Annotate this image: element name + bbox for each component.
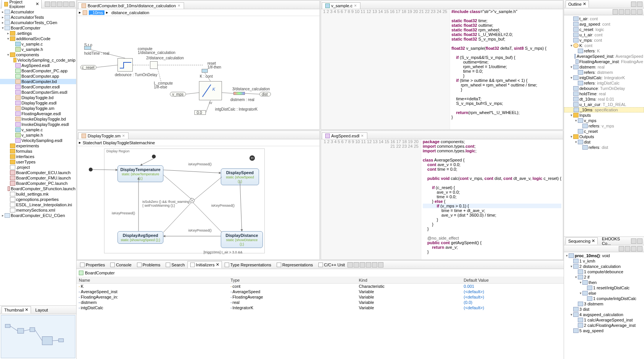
tree-node[interactable]: ▸AccumulatorTests_CGen xyxy=(0,20,76,25)
vsample-tab[interactable]: v_sample.c ✕ xyxy=(322,2,361,9)
sequencing-node[interactable]: 5 avg_speed xyxy=(564,328,644,333)
tree-node[interactable]: v_sample.h xyxy=(0,132,76,138)
close-icon[interactable]: ✕ xyxy=(354,4,357,8)
tree-node[interactable]: BoardComputer_ECU.launch xyxy=(0,170,76,175)
down-icon[interactable] xyxy=(631,9,636,15)
sequencing-node[interactable]: ▾else xyxy=(564,290,644,296)
outline-node[interactable]: FloatingAverage_inst : FloatingAve xyxy=(564,59,644,64)
tree-node[interactable]: DisplayToggle.esdl xyxy=(0,100,76,106)
down-icon[interactable] xyxy=(631,246,636,251)
bottom-tab-problems[interactable]: Problems xyxy=(134,261,163,268)
maximize-icon[interactable] xyxy=(69,2,75,7)
sequencing-node[interactable]: 3 dist xyxy=(564,307,644,312)
sequencing-node[interactable]: ▾proc_10ms() : void xyxy=(564,253,644,258)
state-avgspeed[interactable]: DisplayAvgSpeed static {showAvgSpeed ();… xyxy=(117,231,163,244)
up-icon[interactable] xyxy=(625,246,630,251)
outline-node[interactable]: ▾v_mps xyxy=(564,118,644,123)
bd-editor-tab[interactable]: BoardComputer.bd/_10ms/distance_calculat… xyxy=(78,2,184,9)
tree-node[interactable]: ESDL_Linear_Interpolation.ini xyxy=(0,202,76,207)
outline-tab[interactable]: Outline ✕ xyxy=(566,0,589,8)
layout-tab[interactable]: Layout xyxy=(33,307,51,313)
outline-node[interactable]: refers : dist xyxy=(564,145,644,150)
outline-node[interactable]: AverageSpeed_inst : AverageSpeed xyxy=(564,54,644,59)
tree-node[interactable]: ▸.settings xyxy=(0,31,76,36)
close-icon[interactable]: ✕ xyxy=(583,2,586,7)
thumbnail-tab[interactable]: Thumbnail ✕ xyxy=(2,306,31,313)
table-row[interactable]: FloatingAverage_in:FloatingAverageVariab… xyxy=(77,294,564,300)
tree-node[interactable]: v_sample.h xyxy=(0,47,76,52)
max-icon[interactable] xyxy=(378,262,383,268)
statechart-canvas[interactable]: Display Region H DisplayTemperature stat… xyxy=(77,146,320,259)
debounce-block[interactable] xyxy=(117,58,133,72)
gear-icon[interactable] xyxy=(637,246,642,251)
vsample-editor[interactable]: 1 2 3 4 5 6 7 8 9 10 11 12 13 14 15 16 1… xyxy=(321,9,563,129)
tree-node[interactable]: AvgSpeed.esdl xyxy=(0,63,76,68)
tree-node[interactable]: DisplayToggle.bd xyxy=(0,95,76,100)
tree-node[interactable]: ▾BoardComputer xyxy=(0,25,76,31)
sequencing-node[interactable]: 1 calc/AverageSpeed_inst xyxy=(564,317,644,323)
sequencing-node[interactable]: ▾4 avgspeed_calculation xyxy=(564,312,644,317)
outline-node[interactable]: v_mps : cont xyxy=(564,38,644,43)
tree-node[interactable]: BoardComputer_PC.app xyxy=(0,68,76,73)
state-temperature[interactable]: DisplayTemperature static {showTemperatu… xyxy=(117,165,163,182)
maximize-icon[interactable] xyxy=(637,2,642,7)
project-tree[interactable]: ▸Accumulator▸AccumulatorTests▸Accumulato… xyxy=(0,8,76,305)
minimize-icon[interactable] xyxy=(631,2,636,7)
outline-node[interactable]: ▾distmem : real xyxy=(564,64,644,70)
sequencing-node[interactable]: 2 calc/FloatingAverage_inst xyxy=(564,323,644,328)
view-menu-icon[interactable] xyxy=(57,2,62,7)
remove-icon[interactable] xyxy=(354,262,359,268)
tree-node[interactable]: InvokeDisplayToggle.bd xyxy=(0,116,76,122)
outline-node[interactable]: c_reset : logic xyxy=(564,27,644,32)
minimize-icon[interactable] xyxy=(631,238,636,244)
outline-node[interactable]: u_t_air_cur : T_1D_REAL xyxy=(564,102,644,107)
add-icon[interactable] xyxy=(347,262,353,268)
close-icon[interactable]: ✕ xyxy=(361,134,364,138)
sequencing-node[interactable]: ▾2 distance_calculation xyxy=(564,264,644,269)
filter-icon[interactable] xyxy=(619,9,624,15)
tree-node[interactable]: ▸Accumulator xyxy=(0,9,76,15)
outline-node[interactable]: debounce : TurnOnDelay xyxy=(564,86,644,91)
bottom-tab-properties[interactable]: Properties xyxy=(77,261,108,268)
minimize-icon[interactable] xyxy=(63,2,68,7)
bottom-tab-initializers[interactable]: Initializers✕ xyxy=(187,261,222,268)
table-row[interactable]: distmemrealVariable(0.0) xyxy=(77,300,564,305)
tree-node[interactable]: .project xyxy=(0,165,76,170)
sequencing-node[interactable]: ▾then xyxy=(564,280,644,285)
sequencing-node[interactable]: 1 compute/debounce xyxy=(564,269,644,274)
tree-node[interactable]: BoardComputer.bd xyxy=(0,79,76,84)
tree-node[interactable]: ▾additionalSrcCode xyxy=(0,36,76,41)
tree-node[interactable]: ▸BoardComputer_ECU_CGen xyxy=(0,213,76,218)
tree-node[interactable]: userTypes xyxy=(0,159,76,165)
tree-node[interactable]: build_settings.mk xyxy=(0,191,76,197)
outline-tree[interactable]: t_air : contavg_speed : contc_reset : lo… xyxy=(564,15,644,237)
block-diagram-canvas[interactable]: S r o holdTime : real c_reset debounce :… xyxy=(77,16,320,129)
outline-node[interactable]: c_reset xyxy=(564,129,644,134)
tree-node[interactable]: ▾components xyxy=(0,52,76,57)
region-initial[interactable] xyxy=(152,155,156,158)
state-distance[interactable]: DisplayDistance static {showDistance ();… xyxy=(221,231,263,248)
focus-icon[interactable] xyxy=(51,2,56,7)
ehooks-tab[interactable]: EHOOKS Co... xyxy=(599,235,628,247)
sequencing-node[interactable]: 1 compute/intgDistCalc xyxy=(564,296,644,301)
close-icon[interactable]: ✕ xyxy=(592,238,595,243)
outline-node[interactable]: ▾Inputs xyxy=(564,113,644,118)
thumbnail-view[interactable] xyxy=(1,315,75,358)
outline-node[interactable]: refers : distmem xyxy=(564,70,644,75)
bd-breadcrumb[interactable]: ▸ _10ms ▸ distance_calculation xyxy=(77,9,320,16)
bottom-tab-c-c-unit[interactable]: C/C++ Unit xyxy=(316,261,347,268)
bottom-tab-representations[interactable]: Representations xyxy=(274,261,316,268)
tree-node[interactable]: BoardComputer_FMU.launch xyxy=(0,175,76,181)
state-speed[interactable]: DisplaySpeed static {showSpeed ();} xyxy=(221,168,259,185)
close-icon[interactable]: ✕ xyxy=(25,307,28,312)
copy-icon[interactable] xyxy=(360,262,365,268)
min-icon[interactable] xyxy=(372,262,377,268)
link-editor-icon[interactable] xyxy=(45,2,50,7)
tree-node[interactable]: ▸AccumulatorTests xyxy=(0,15,76,20)
sequencing-tree[interactable]: ▾proc_10ms() : void1 v_kmh▾2 distance_ca… xyxy=(564,252,644,359)
tree-node[interactable]: cgenoptions.properties xyxy=(0,197,76,202)
tree-node[interactable]: BoardComputer_SFunction.launch xyxy=(0,186,76,191)
tree-node[interactable]: VelocitySampling.esdl xyxy=(0,138,76,143)
tree-node[interactable]: interfaces xyxy=(0,154,76,159)
outline-node[interactable]: ▾dist xyxy=(564,139,644,145)
